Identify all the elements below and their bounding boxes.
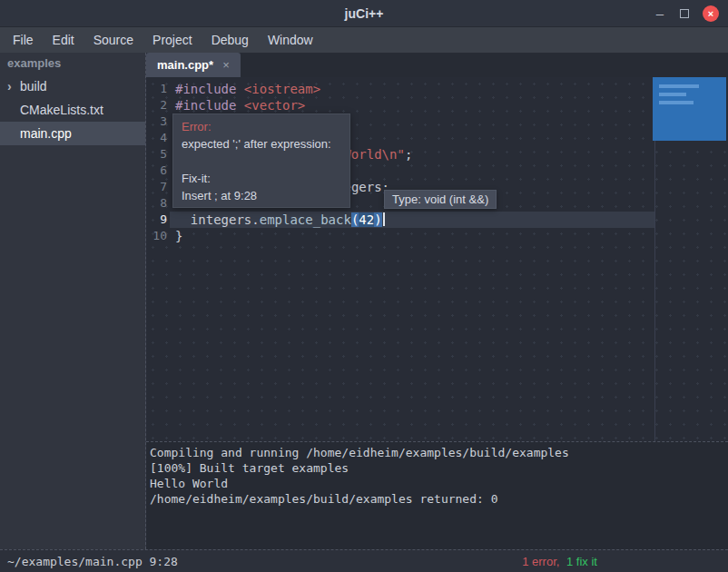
minimize-button[interactable]: – [654,0,666,27]
menu-project[interactable]: Project [150,31,195,49]
menu-file[interactable]: File [10,31,36,49]
line-number: 10 [146,228,170,244]
editor-line-1[interactable]: 1#include <iostream> [146,81,728,97]
status-bar: ~/examples/main.cpp 9:28 1 error, 1 fix … [0,549,728,572]
line-number: 6 [146,163,170,179]
file-label: CMakeLists.txt [20,103,103,117]
error-tooltip-message: expected ';' after expression: [182,135,341,153]
file-explorer: examples ›buildCMakeLists.txtmain.cpp [0,53,145,549]
minimap-line [659,84,699,88]
menu-edit[interactable]: Edit [50,31,77,49]
menu-source[interactable]: Source [91,31,136,49]
error-tooltip-spacer [182,153,341,170]
tab-close-icon[interactable]: × [222,58,230,72]
tab-main-cpp[interactable]: main.cpp* × [146,53,241,77]
diagnostics-status: 1 error, 1 fix it [522,555,597,568]
sidebar-item-build[interactable]: ›build [0,74,145,98]
menu-bar: FileEditSourceProjectDebugWindow [0,27,728,53]
line-number: 4 [146,130,170,146]
project-root-label: examples [0,53,145,74]
line-number: 9 [146,212,170,228]
error-count: 1 error, [522,555,559,568]
code-line: #include <vector> [170,97,654,113]
fixit-text: Insert ; at 9:28 [182,187,341,204]
terminal-line: [100%] Built target examples [150,460,724,476]
cursor-location: ~/examples/main.cpp 9:28 [0,555,178,568]
terminal-line: Compiling and running /home/eidheim/exam… [150,445,724,460]
line-number: 8 [146,195,170,212]
code-line: integers.emplace_back(42) [170,212,654,228]
file-label: main.cpp [20,126,72,141]
line-number: 3 [146,113,170,130]
editor[interactable]: 1#include <iostream>2#include <vector>34… [146,77,728,441]
minimap-line [659,101,694,104]
terminal-line: /home/eidheim/examples/build/examples re… [150,491,724,507]
minimap-line [659,93,686,96]
line-number: 2 [146,97,170,113]
window-controls: – × [654,0,719,27]
error-tooltip: Error: expected ';' after expression: Fi… [172,113,350,208]
type-tooltip: Type: void (int &&) [384,190,497,209]
sidebar-item-cmakelists-txt[interactable]: CMakeLists.txt [0,98,145,122]
code-line: } [170,228,654,244]
title-bar: juCi++ – × [0,0,728,27]
file-tree: ›buildCMakeLists.txtmain.cpp [0,74,145,145]
window-title: juCi++ [0,0,728,27]
text-cursor [383,212,385,226]
tab-label: main.cpp* [157,58,213,72]
chevron-right-icon: › [7,80,20,93]
file-label: build [20,79,47,94]
editor-line-9[interactable]: 9 integers.emplace_back(42) [146,212,728,228]
main-area: main.cpp* × 1#include <iostream>2#includ… [145,53,728,549]
editor-line-2[interactable]: 2#include <vector> [146,97,728,113]
line-number: 5 [146,146,170,163]
fixit-title: Fix-it: [182,170,341,187]
terminal-output: Compiling and running /home/eidheim/exam… [150,445,724,507]
terminal-line: Hello World [150,476,724,491]
menu-debug[interactable]: Debug [209,31,251,49]
terminal-panel[interactable]: Compiling and running /home/eidheim/exam… [146,441,728,549]
menu-window[interactable]: Window [265,31,316,49]
minimap[interactable] [653,77,726,141]
tab-bar: main.cpp* × [146,53,728,77]
editor-line-10[interactable]: 10} [146,228,728,244]
sidebar-item-main-cpp[interactable]: main.cpp [0,122,145,145]
close-button[interactable]: × [703,5,719,22]
fixit-count: 1 fix it [566,555,597,568]
code-line: #include <iostream> [170,81,654,97]
restore-button[interactable] [680,9,689,18]
error-tooltip-title: Error: [182,118,341,135]
line-number: 7 [146,179,170,195]
line-number: 1 [146,81,170,97]
